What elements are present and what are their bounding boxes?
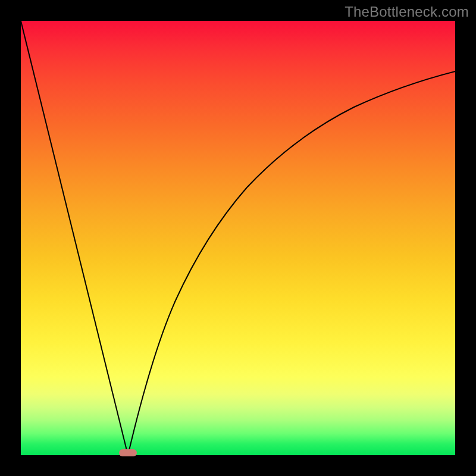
bottleneck-curve: [21, 21, 455, 455]
curve-right-branch: [128, 71, 455, 455]
chart-frame: TheBottleneck.com: [0, 0, 476, 476]
minimum-marker: [119, 449, 137, 456]
curve-left-branch: [21, 21, 128, 455]
watermark-text: TheBottleneck.com: [345, 4, 469, 20]
plot-area: [21, 21, 455, 455]
